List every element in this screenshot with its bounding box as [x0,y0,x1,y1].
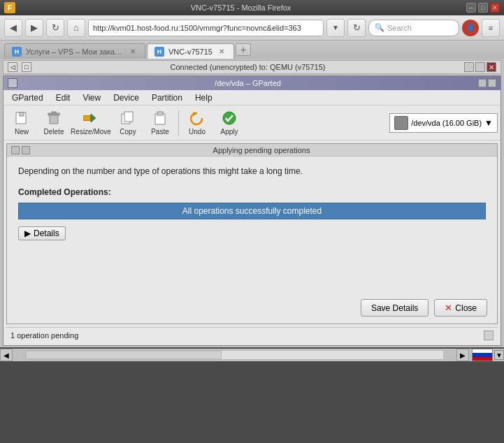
browser-toolbar: ◀ ▶ ↻ ⌂ http://kvm01.host-food.ru:1500/v… [0,15,504,41]
back-button[interactable]: ◀ [4,19,22,37]
refresh-button[interactable]: ↻ [46,19,64,37]
tab-label-vnc: VNC-v75715 [168,48,213,56]
scroll-right-btn[interactable]: ▶ [456,349,469,361]
tool-paste[interactable]: Paste [145,108,175,138]
search-box[interactable]: 🔍 Search [368,20,459,36]
status-icons [472,349,493,361]
close-button[interactable]: ✕ [490,3,500,13]
save-details-button[interactable]: Save Details [361,299,429,317]
dialog-content: Depending on the number and type of oper… [7,157,497,250]
disk-label: /dev/vda (16.00 GiB) [411,119,482,127]
svg-rect-8 [124,112,133,122]
gparted-title: /dev/vda – GParted [17,79,478,87]
menu-partition[interactable]: Partition [146,92,188,104]
refresh-stop-button[interactable]: ↻ [347,19,366,37]
forward-button[interactable]: ▶ [25,19,43,37]
vnc-max-btn[interactable] [475,62,485,72]
dialog-description: Depending on the number and type of oper… [18,166,486,176]
gparted-toolbar: New Delete [3,106,501,140]
scroll-thumb[interactable] [26,351,222,359]
svg-marker-6 [91,114,96,122]
tool-copy[interactable]: Copy [113,108,143,138]
status-text: 1 operation pending [10,331,484,340]
dialog-ctrl-1[interactable] [11,146,20,154]
vnc-statusbar: ◁ □ Connected (unencrypted) to: QEMU (v7… [3,60,501,74]
menu-device[interactable]: Device [108,92,145,104]
menu-edit[interactable]: Edit [50,92,76,104]
dialog-ctrl-2[interactable] [22,146,30,154]
scroll-track[interactable] [25,350,444,360]
tab-icon-vps: H [12,47,22,57]
status-scroll[interactable] [484,331,494,340]
apply-icon [221,110,238,126]
tool-resize[interactable]: Resize/Move [71,108,111,138]
tool-apply-label: Apply [220,128,238,136]
tool-delete-label: Delete [44,128,64,136]
scroll-down-btn[interactable]: ▼ [494,350,504,360]
tool-paste-label: Paste [151,128,169,136]
dialog-controls [11,146,30,154]
progress-text: All operations successfully completed [182,206,322,216]
menu-gparted[interactable]: GParted [6,92,49,104]
gparted-win-controls [478,79,496,87]
dialog-spacer [7,250,497,292]
browser-titlebar: F VNC-v75715 - Mozilla Firefox ─ □ ✕ [0,0,504,15]
tool-apply[interactable]: Apply [214,108,245,138]
save-details-label: Save Details [371,303,418,313]
gparted-max[interactable] [488,79,496,87]
disk-dropdown-arrow[interactable]: ▼ [484,118,493,128]
vnc-control-1[interactable]: ◁ [8,62,17,72]
menu-help[interactable]: Help [189,92,218,104]
progress-bar: All operations successfully completed [18,203,486,219]
flag-icon [472,349,493,361]
vnc-min-btn[interactable] [464,62,474,72]
tabs-bar: H Услуги – VPS – Мои заказы – manager.h.… [0,41,504,59]
bottom-scroll-area: ◀ ▶ ▼ [0,349,504,361]
tool-resize-label: Resize/Move [71,128,111,136]
vnc-win-controls: ✕ [464,62,496,72]
dialog-area: Applying pending operations Depending on… [6,143,498,324]
go-button[interactable]: ▼ [326,19,345,37]
maximize-button[interactable]: □ [478,3,488,13]
disk-selector[interactable]: /dev/vda (16.00 GiB) ▼ [389,113,498,133]
vnc-close-btn[interactable]: ✕ [487,62,496,72]
toolbar-separator [178,110,179,136]
dialog-titlebar: Applying pending operations [7,144,497,157]
tool-undo[interactable]: Undo [182,108,213,138]
svg-rect-1 [20,112,24,116]
tool-undo-label: Undo [189,128,206,136]
details-toggle[interactable]: ▶ Details [18,226,66,240]
vnc-controls: ◁ □ [8,62,31,72]
tab-close-vps[interactable]: ✕ [128,47,138,57]
gparted-icon[interactable] [8,78,17,88]
tool-delete[interactable]: Delete [38,108,69,138]
gparted-window: /dev/vda – GParted GParted Edit View Dev… [3,75,501,346]
home-button[interactable]: ⌂ [67,19,85,37]
tool-new[interactable]: New [6,108,37,138]
close-button[interactable]: ✕ Close [434,299,487,317]
scroll-left-btn[interactable]: ◀ [0,349,13,361]
vnc-control-2[interactable]: □ [22,62,31,72]
svg-rect-5 [84,116,91,121]
tab-vps[interactable]: H Услуги – VPS – Мои заказы – manager.h.… [4,43,145,59]
user-avatar: 👤 [462,20,479,36]
tool-new-label: New [15,128,29,136]
tab-vnc[interactable]: H VNC-v75715 ✕ [147,43,234,59]
undo-icon [189,110,206,126]
delete-icon [45,110,62,126]
dialog-title: Applying pending operations [30,146,493,154]
tab-icon-vnc: H [154,47,164,57]
minimize-button[interactable]: ─ [466,3,476,13]
tab-close-vnc[interactable]: ✕ [217,47,226,57]
menu-view[interactable]: View [77,92,106,104]
new-tab-button[interactable]: + [236,43,251,56]
address-bar[interactable]: http://kvm01.host-food.ru:1500/vmmgr?fun… [88,20,324,36]
browser-menu-button[interactable]: ≡ [482,19,500,37]
svg-rect-10 [157,112,163,115]
window-controls: ─ □ ✕ [466,3,500,13]
gparted-min[interactable] [478,79,487,87]
details-label: Details [34,228,59,238]
paste-icon [152,110,168,126]
tool-copy-label: Copy [120,128,136,136]
resize-icon [82,110,99,126]
